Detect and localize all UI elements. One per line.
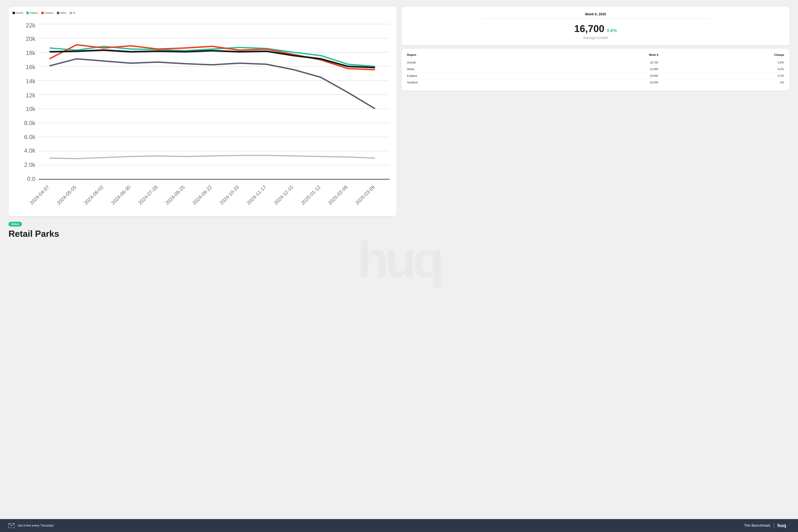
edition-badge: Edition [8, 222, 22, 227]
ni-line [50, 155, 375, 158]
svg-text:12k: 12k [26, 92, 35, 98]
table-row: Scotland16,4002% [407, 79, 784, 86]
table-header-row: Region Week 8 Change [407, 54, 784, 59]
stats-card: Week 8, 2025 16,700 0.6% Average Footfal… [402, 7, 790, 45]
table-row: Wales12,9008.5% [407, 66, 784, 73]
svg-text:18k: 18k [26, 50, 35, 56]
footfall-row: 16,700 0.6% [408, 23, 783, 34]
svg-text:2.0k: 2.0k [24, 162, 36, 168]
table-row: England16,9000.1% [407, 73, 784, 79]
legend-england-dot [26, 12, 29, 14]
footfall-label: Average Footfall [408, 36, 783, 40]
svg-text:2024-08-25: 2024-08-25 [165, 184, 186, 206]
legend-wales-dot [57, 12, 59, 14]
legend-england: England [26, 12, 38, 14]
footer-huq-trademark: ™ [788, 525, 790, 527]
footer-left: Get it free every Thursday! [8, 523, 54, 528]
svg-text:0.0: 0.0 [27, 175, 35, 182]
legend-scotland-dot [41, 12, 44, 14]
svg-text:22k: 22k [26, 22, 35, 28]
footfall-number: 16,700 [574, 23, 604, 34]
legend-ni-label: NI [73, 12, 75, 14]
svg-text:6.0k: 6.0k [24, 134, 36, 140]
svg-text:10k: 10k [26, 106, 35, 112]
legend-ni-dot [70, 12, 72, 14]
svg-text:2024-05-05: 2024-05-05 [56, 184, 77, 206]
legend-scotland: Scotland [41, 12, 54, 14]
cell-week8: 16,900 [540, 73, 658, 79]
footfall-pct: 0.6% [607, 28, 617, 33]
legend-overall-label: Overall [16, 12, 23, 14]
svg-text:2024-06-02: 2024-06-02 [83, 184, 104, 206]
chart-card: Overall England Scotland Wales NI [8, 7, 397, 216]
legend-england-label: England [30, 12, 38, 14]
legend-wales-label: Wales [60, 12, 66, 14]
cell-region: England [407, 73, 541, 79]
cell-region: Scotland [407, 79, 541, 86]
svg-text:2025-01-12: 2025-01-12 [300, 184, 322, 206]
england-line [50, 46, 375, 66]
svg-text:2024-06-30: 2024-06-30 [110, 184, 132, 206]
chart-legend: Overall England Scotland Wales NI [13, 12, 393, 14]
svg-text:8.0k: 8.0k [24, 120, 36, 126]
footer: Get it free every Thursday! The Benchmar… [0, 519, 798, 532]
footer-huq-text: huq [777, 523, 786, 528]
svg-text:2025-03-09: 2025-03-09 [354, 184, 376, 206]
table-row: Overall16,7000.6% [407, 59, 784, 66]
cell-change: 0.1% [658, 73, 784, 79]
svg-text:2024-07-28: 2024-07-28 [137, 184, 158, 206]
chart-container: 22k 20k 18k 16k 14k 12k 10k 8.0k 6.0k 4.… [13, 17, 393, 212]
edition-title: Retail Parks [8, 229, 397, 239]
cell-region: Overall [407, 59, 541, 66]
svg-text:2024-04-07: 2024-04-07 [29, 184, 50, 206]
legend-overall: Overall [13, 12, 23, 14]
svg-text:16k: 16k [26, 64, 35, 70]
legend-wales: Wales [57, 12, 66, 14]
cell-change: 0.6% [658, 59, 784, 66]
col-change: Change [658, 54, 784, 59]
mail-icon [8, 523, 15, 528]
svg-text:2024-12-15: 2024-12-15 [273, 184, 294, 206]
svg-text:2024-09-22: 2024-09-22 [191, 184, 213, 206]
footer-cta: Get it free every Thursday! [18, 524, 54, 527]
svg-text:2024-11-17: 2024-11-17 [246, 184, 267, 206]
data-table: Region Week 8 Change Overall16,7000.6%Wa… [407, 54, 784, 86]
svg-text:4.0k: 4.0k [24, 147, 36, 154]
chart-svg: 22k 20k 18k 16k 14k 12k 10k 8.0k 6.0k 4.… [13, 17, 393, 212]
col-week8: Week 8 [540, 54, 658, 59]
footer-right: The Benchmark huq ™ [744, 523, 790, 528]
legend-scotland-label: Scotland [45, 12, 54, 14]
table-body: Overall16,7000.6%Wales12,9008.5%England1… [407, 59, 784, 86]
legend-overall-dot [13, 12, 15, 14]
svg-text:14k: 14k [26, 78, 35, 84]
cell-week8: 12,900 [540, 66, 658, 73]
cell-week8: 16,400 [540, 79, 658, 86]
edition-section: Edition Retail Parks [8, 220, 397, 240]
cell-change: 8.5% [658, 66, 784, 73]
week-label: Week 8, 2025 [408, 12, 783, 16]
legend-ni: NI [70, 12, 75, 14]
svg-text:2024-10-20: 2024-10-20 [218, 184, 240, 206]
cell-change: 2% [658, 79, 784, 86]
cell-week8: 16,700 [540, 59, 658, 66]
svg-text:2025-02-09: 2025-02-09 [327, 184, 348, 206]
col-region: Region [407, 54, 541, 59]
table-card: Region Week 8 Change Overall16,7000.6%Wa… [402, 49, 790, 91]
cell-region: Wales [407, 66, 541, 73]
svg-text:20k: 20k [26, 35, 35, 42]
footer-brand-text: The Benchmark [744, 523, 770, 528]
